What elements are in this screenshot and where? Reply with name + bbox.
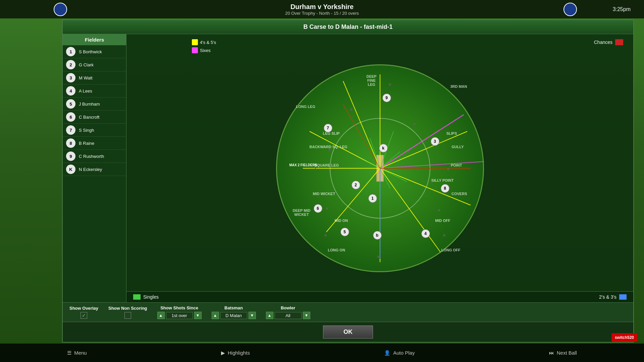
fielder-num-k: K	[66, 165, 75, 174]
menu-icon: ☰	[67, 350, 71, 356]
fielders-panel: Fielders 1 S Borthwick 2 G Clark 3 M Wat…	[63, 34, 126, 302]
fielder-num-9: 9	[66, 152, 75, 161]
show-non-scoring-checkbox[interactable]: ✓	[124, 312, 131, 319]
batsman-dropdown: ▲ D Malan ▼	[212, 312, 256, 319]
highlights-icon: ▶	[221, 350, 225, 356]
field-dot-2[interactable]: 2	[352, 181, 360, 189]
batsman-label: Batsman	[224, 305, 243, 310]
bottom-nextball[interactable]: ⏭ Next Ball	[549, 350, 577, 356]
nextball-icon: ⏭	[549, 350, 554, 356]
x-marker-3: ×	[413, 121, 416, 127]
match-info: Durham v Yorkshire 20 Over Trophy - Nort…	[285, 3, 359, 16]
shots-since-down[interactable]: ▼	[194, 312, 202, 319]
bowler-value: All	[275, 312, 302, 319]
show-overlay-label: Show Overlay	[69, 306, 98, 311]
svg-line-15	[380, 168, 390, 188]
top-bar: Durham v Yorkshire 20 Over Trophy - Nort…	[0, 0, 644, 18]
field-dot-8[interactable]: 8	[441, 184, 449, 193]
bowler-label: Bowler	[281, 305, 295, 310]
twos-label: 2's & 3's	[599, 294, 616, 300]
match-subtitle: 20 Over Trophy - North - 15 / 20 overs	[285, 11, 359, 16]
fielder-num-3: 3	[66, 73, 75, 82]
fielder-item-6[interactable]: 6 C Bancroft	[63, 111, 126, 124]
show-overlay-group: Show Overlay ✓	[69, 306, 98, 319]
highlights-label: Highlights	[228, 350, 250, 356]
singles-color-box	[133, 294, 141, 300]
legend-area: 4's & 5's Sixes	[192, 39, 216, 55]
batsman-down[interactable]: ▼	[249, 312, 256, 319]
fielder-item-7[interactable]: 7 S Singh	[63, 124, 126, 137]
show-shots-since-group: Show Shots Since ▲ 1st over ▼	[157, 305, 202, 319]
modal-header: B Carse to D Malan - fast-mid-1	[63, 20, 633, 34]
fielder-name-6: C Bancroft	[79, 115, 99, 120]
fielder-item-k[interactable]: K N Eckersley	[63, 163, 126, 176]
shot-lines-svg	[276, 64, 484, 272]
legend-fours: 4's & 5's	[192, 39, 216, 45]
label-gully: GULLY	[451, 145, 464, 149]
chances-area: Chances	[594, 39, 623, 45]
field-dot-5[interactable]: 5	[340, 228, 349, 236]
chances-label: Chances	[594, 40, 612, 45]
label-deep-mid-wicket: DEEP MIDWICKET	[293, 208, 311, 217]
label-leg-slip: LEG SLIP	[323, 131, 340, 135]
show-non-scoring-group: Show Non Scoring ✓	[108, 306, 147, 319]
fielder-item-9[interactable]: 9 C Rushworth	[63, 150, 126, 163]
svg-line-16	[380, 168, 407, 182]
autoplay-icon: 👤	[384, 350, 390, 356]
fielder-name-k: N Eckersley	[79, 167, 102, 172]
fielder-item-8[interactable]: 8 B Raine	[63, 137, 126, 150]
fielder-item-5[interactable]: 5 J Burnham	[63, 98, 126, 111]
menu-label: Menu	[74, 350, 87, 356]
main-modal: B Carse to D Malan - fast-mid-1 Fielders…	[62, 19, 634, 343]
controls-bar: Show Overlay ✓ Show Non Scoring ✓ Show S…	[63, 302, 633, 322]
bottom-autoplay[interactable]: 👤 Auto Play	[384, 350, 415, 356]
field-dot-4[interactable]: 4	[421, 229, 430, 238]
fielder-item-3[interactable]: 3 M Watt	[63, 71, 126, 84]
bottom-legend: Singles 2's & 3's	[126, 291, 633, 302]
svg-line-10	[380, 162, 484, 168]
field-dot-k[interactable]: k	[379, 144, 388, 153]
label-silly-point: SILLY POINT	[431, 178, 454, 182]
bowler-down[interactable]: ▼	[303, 312, 310, 319]
field-dot-6[interactable]: 6	[314, 204, 322, 213]
batsman-group: Batsman ▲ D Malan ▼	[212, 305, 256, 319]
bottom-highlights[interactable]: ▶ Highlights	[221, 350, 250, 356]
twos-color-box	[619, 294, 627, 300]
field-dot-3[interactable]: 3	[431, 137, 439, 146]
sixes-color-box	[192, 47, 198, 53]
x-marker-1: ×	[388, 82, 391, 87]
x-marker-10: ×	[443, 233, 445, 238]
fielder-name-2: G Clark	[79, 62, 94, 67]
fielder-num-6: 6	[66, 112, 75, 122]
fielder-item-4[interactable]: 4 A Lees	[63, 84, 126, 98]
label-long-off: LONG OFF	[441, 248, 461, 252]
field-area: 4's & 5's Sixes Chances	[126, 34, 633, 302]
show-overlay-checkbox[interactable]: ✓	[80, 312, 87, 319]
svg-line-8	[380, 131, 467, 168]
svg-line-9	[380, 115, 464, 168]
ok-button[interactable]: OK	[323, 325, 373, 339]
legend-sixes: Sixes	[192, 47, 216, 53]
batsman-up[interactable]: ▲	[212, 312, 219, 319]
label-deep-fine-leg: DEEPFINELEG	[367, 74, 377, 86]
fielders-header: Fielders	[63, 34, 126, 45]
bowler-group: Bowler ▲ All ▼	[266, 305, 310, 319]
label-slips: SLIPS	[446, 131, 457, 135]
bottom-menu[interactable]: ☰ Menu	[67, 350, 87, 356]
label-third-man: 3RD MAN	[450, 84, 467, 88]
fielder-item-2[interactable]: 2 G Clark	[63, 58, 126, 71]
fielder-item-1[interactable]: 1 S Borthwick	[63, 45, 126, 58]
bowler-up[interactable]: ▲	[266, 312, 273, 319]
field-dot-1[interactable]: 1	[368, 194, 377, 203]
modal-body: Fielders 1 S Borthwick 2 G Clark 3 M Wat…	[63, 34, 633, 302]
label-mid-on: MID ON	[335, 219, 348, 223]
shots-since-up[interactable]: ▲	[157, 312, 165, 319]
batsman-value: D Malan	[220, 312, 247, 319]
field-dot-7[interactable]: 7	[324, 124, 332, 132]
label-max-fielders: MAX 2 FIELDERS	[289, 163, 317, 167]
singles-legend: Singles	[133, 294, 159, 300]
field-dot-9[interactable]: 9	[382, 94, 391, 102]
label-mid-off: MID OFF	[435, 219, 450, 223]
label-covers: COVERS	[451, 192, 467, 196]
match-title: Durham v Yorkshire	[285, 3, 359, 11]
